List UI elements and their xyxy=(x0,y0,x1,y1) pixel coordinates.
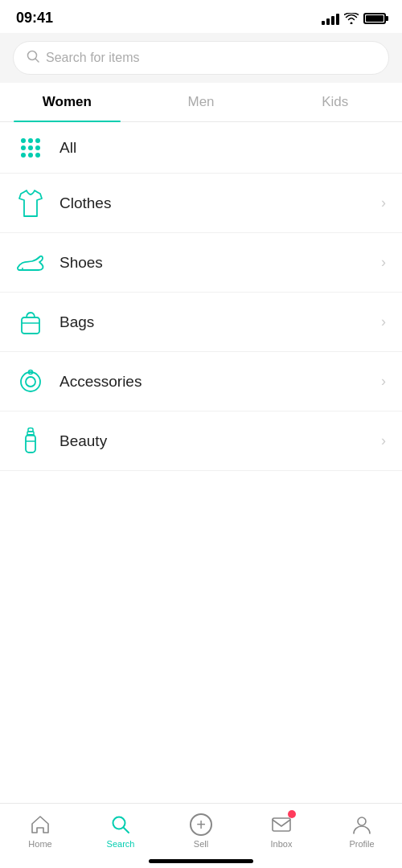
accessories-chevron: › xyxy=(381,373,386,390)
search-bar-container: Search for items xyxy=(0,33,402,83)
status-bar: 09:41 xyxy=(0,0,402,33)
category-label-bags: Bags xyxy=(59,313,381,331)
nav-item-home[interactable]: Home xyxy=(0,810,80,852)
search-bar[interactable]: Search for items xyxy=(13,41,389,75)
inbox-badge xyxy=(288,810,296,818)
category-item-beauty[interactable]: Beauty › xyxy=(0,411,402,471)
wifi-icon xyxy=(344,13,359,24)
search-bar-icon xyxy=(27,50,39,66)
category-item-bags[interactable]: Bags › xyxy=(0,293,402,352)
svg-point-10 xyxy=(113,817,125,829)
category-item-clothes[interactable]: Clothes › xyxy=(0,174,402,233)
profile-icon xyxy=(351,813,373,836)
tab-women[interactable]: Women xyxy=(0,83,134,121)
category-label-beauty: Beauty xyxy=(59,432,381,450)
nav-item-search[interactable]: Search xyxy=(80,810,161,852)
beauty-icon xyxy=(16,427,45,456)
inbox-icon xyxy=(270,813,293,836)
tab-kids[interactable]: Kids xyxy=(268,83,402,121)
home-nav-label: Home xyxy=(28,839,51,849)
profile-nav-label: Profile xyxy=(349,839,374,849)
nav-item-sell[interactable]: + Sell xyxy=(161,810,241,852)
sell-icon: + xyxy=(190,813,212,836)
battery-icon xyxy=(363,13,386,24)
bags-chevron: › xyxy=(381,313,386,330)
svg-point-13 xyxy=(358,817,366,825)
category-item-all[interactable]: All xyxy=(0,122,402,174)
svg-rect-12 xyxy=(273,818,290,831)
clothes-chevron: › xyxy=(381,194,386,211)
category-item-shoes[interactable]: Shoes › xyxy=(0,233,402,293)
tab-men[interactable]: Men xyxy=(134,83,269,121)
status-time: 09:41 xyxy=(16,10,53,27)
svg-line-11 xyxy=(124,828,129,833)
svg-point-4 xyxy=(21,372,40,391)
all-icon xyxy=(16,133,45,162)
nav-item-profile[interactable]: Profile xyxy=(322,810,402,852)
inbox-nav-label: Inbox xyxy=(271,839,293,849)
shoes-icon xyxy=(16,248,45,277)
category-label-shoes: Shoes xyxy=(59,254,381,272)
shoes-chevron: › xyxy=(381,254,386,271)
sell-nav-label: Sell xyxy=(194,839,208,849)
clothes-icon xyxy=(16,189,45,218)
beauty-chevron: › xyxy=(381,432,386,449)
search-nav-label: Search xyxy=(107,839,135,849)
search-placeholder: Search for items xyxy=(46,51,139,65)
nav-item-inbox[interactable]: Inbox xyxy=(241,810,322,852)
category-item-accessories[interactable]: Accessories › xyxy=(0,352,402,411)
home-icon xyxy=(29,813,51,836)
bottom-nav: Home Search + Sell Inbox xyxy=(0,803,402,868)
home-indicator xyxy=(149,859,253,863)
signal-icon xyxy=(322,12,339,25)
status-icons xyxy=(322,12,386,25)
category-list: All Clothes › Shoes › Ba xyxy=(0,122,402,471)
category-label-clothes: Clothes xyxy=(59,194,381,212)
category-label-all: All xyxy=(59,139,386,157)
category-label-accessories: Accessories xyxy=(59,373,381,391)
gender-tabs: Women Men Kids xyxy=(0,83,402,122)
svg-line-1 xyxy=(35,59,39,62)
accessories-icon xyxy=(16,367,45,396)
svg-rect-2 xyxy=(22,317,39,334)
bags-icon xyxy=(16,308,45,337)
search-nav-icon xyxy=(109,813,132,836)
svg-rect-7 xyxy=(26,435,35,452)
svg-point-5 xyxy=(26,377,35,387)
